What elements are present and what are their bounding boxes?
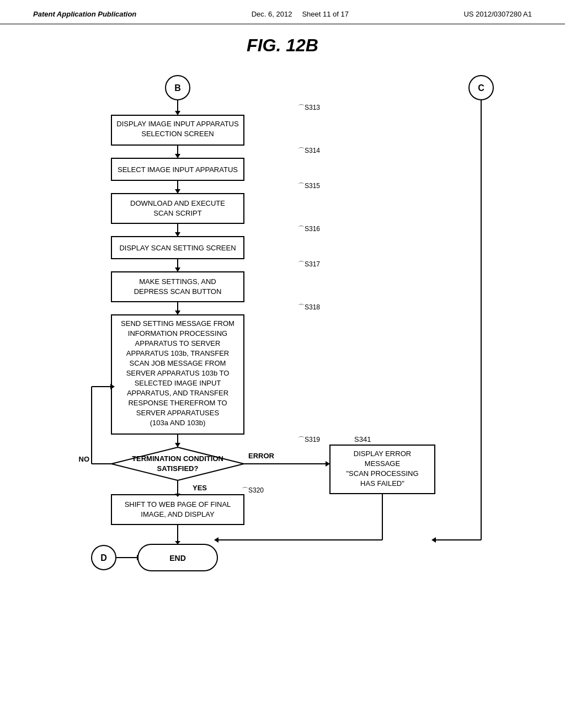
page-header: Patent Application Publication Dec. 6, 2… [0, 0, 565, 24]
step-s318-t10: SERVER APPARATUSES [136, 409, 220, 417]
connector-c-label: C [478, 83, 484, 93]
step-s314-text: SELECT IMAGE INPUT APPARATUS [118, 165, 238, 174]
step-end-text: END [169, 554, 186, 563]
figure-title: FIG. 12B [247, 35, 318, 56]
flowchart-svg: B C ⌒S313 DISPLAY IMAGE INPUT APPARATUS … [56, 67, 509, 662]
step-s319-diamond [111, 447, 244, 480]
step-label-s316: ⌒S316 [298, 225, 320, 233]
header-publication: Patent Application Publication [33, 10, 136, 18]
step-s315-text-1: DOWNLOAD AND EXECUTE [130, 199, 225, 207]
step-label-s317: ⌒S317 [298, 260, 320, 268]
arrowhead-s318-s319 [175, 443, 180, 447]
step-s315-box [111, 194, 244, 223]
arrowhead-s317-s318 [175, 311, 180, 315]
arrowhead-s314-s315 [175, 189, 180, 194]
step-label-s341: S341 [354, 435, 371, 443]
label-yes: YES [193, 484, 207, 492]
label-no: NO [79, 455, 90, 463]
step-s318-t1: SEND SETTING MESSAGE FROM [121, 319, 234, 328]
connector-d-label: D [100, 553, 107, 563]
step-s316-text: DISPLAY SCAN SETTING SCREEN [119, 244, 236, 252]
header-patent-number: US 2012/0307280 A1 [463, 10, 532, 18]
header-date: Dec. 6, 2012 [252, 10, 292, 18]
diagram-container: FIG. 12B B C ⌒S313 DISPLAY IMAGE INPUT A… [0, 24, 565, 673]
step-s341-text-1: DISPLAY ERROR [354, 449, 411, 458]
arrowhead-s313-s314 [175, 154, 180, 158]
step-label-s320: ⌒S320 [242, 486, 264, 494]
step-s320-text-1: SHIFT TO WEB PAGE OF FINAL [125, 500, 231, 508]
step-s318-t5: SCAN JOB MESSAGE FROM [130, 359, 226, 367]
step-s318-t8: APPARATUS, AND TRANSFER [127, 389, 228, 397]
header-date-sheet: Dec. 6, 2012 Sheet 11 of 17 [252, 10, 349, 18]
step-label-s314: ⌒S314 [298, 147, 320, 154]
step-s318-t2: INFORMATION PROCESSING [128, 329, 227, 338]
arrowhead-error [326, 461, 330, 467]
step-label-s315: ⌒S315 [298, 182, 320, 190]
step-s341-text-4: HAS FAILED" [360, 479, 404, 488]
step-label-s319: ⌒S319 [298, 436, 320, 443]
step-s318-t4: APPARATUS 103b, TRANSFER [126, 349, 229, 357]
step-s341-text-2: MESSAGE [365, 459, 401, 468]
arrowhead-c-end [431, 537, 436, 543]
step-label-s313: ⌒S313 [298, 104, 320, 111]
step-s320-text-2: IMAGE, AND DISPLAY [141, 510, 215, 518]
arrowhead-s316-s317 [175, 267, 180, 272]
arrowhead-s341-end [214, 537, 218, 543]
label-error: ERROR [248, 452, 275, 460]
step-label-s318: ⌒S318 [298, 303, 320, 311]
step-s317-text-1: MAKE SETTINGS, AND [139, 277, 216, 286]
header-sheet: Sheet 11 of 17 [302, 10, 349, 18]
arrowhead-b-s313 [175, 111, 180, 115]
step-s318-t3: APPARATUS TO SERVER [135, 339, 221, 347]
step-s319-text-2: SATISFIED? [157, 464, 199, 473]
step-s318-t7: SELECTED IMAGE INPUT [135, 379, 221, 387]
connector-b-label: B [174, 83, 181, 93]
arrowhead-s315-s316 [175, 232, 180, 237]
step-s317-text-2: DEPRESS SCAN BUTTON [134, 287, 222, 296]
step-s341-text-3: "SCAN PROCESSING [346, 469, 418, 478]
step-s318-t6: SERVER APPARATUS 103b TO [126, 369, 230, 377]
step-s319-text-1: TERMINATION CONDITION [132, 454, 223, 463]
step-s320-box [111, 495, 244, 524]
step-s317-box [111, 272, 244, 302]
step-s313-text-2: SELECTION SCREEN [141, 130, 214, 138]
step-s315-text-2: SCAN SCRIPT [153, 209, 201, 217]
step-s318-t11: (103a AND 103b) [150, 419, 205, 427]
step-s313-text-1: DISPLAY IMAGE INPUT APPARATUS [116, 120, 239, 128]
step-s318-t9: RESPONSE THEREFROM TO [128, 399, 227, 407]
